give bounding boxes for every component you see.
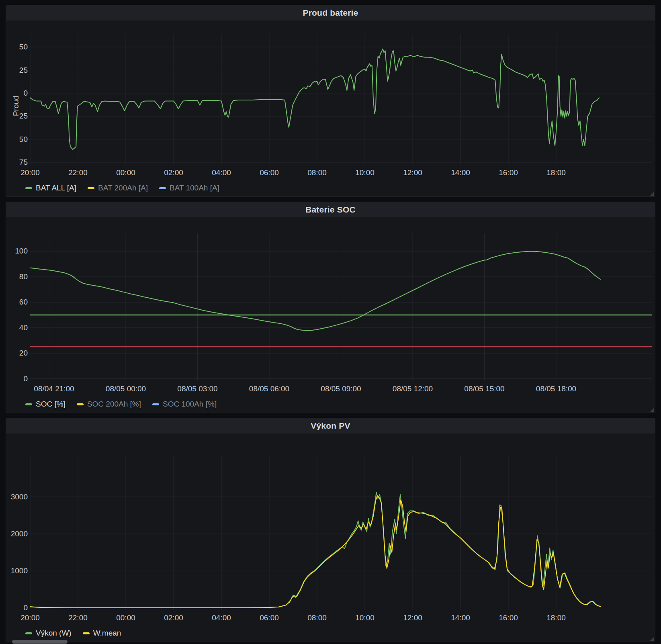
- y-tick-label: 50: [19, 135, 28, 144]
- x-tick-label: 08/05 09:00: [321, 384, 361, 393]
- x-tick-label: 00:00: [116, 613, 135, 622]
- x-axis: 08/04 21:0008/05 00:0008/05 03:0008/05 0…: [30, 384, 652, 394]
- x-tick-label: 22:00: [68, 168, 88, 177]
- legend-item[interactable]: BAT 100Ah [A]: [159, 184, 219, 192]
- legend-label: SOC [%]: [36, 400, 65, 409]
- dashboard: Proud baterie Proud 50250255075 20:0022:…: [0, 0, 661, 642]
- legend-label: SOC 100Ah [%]: [163, 400, 217, 409]
- panel-resize-handle[interactable]: [650, 192, 654, 196]
- x-tick-label: 08:00: [307, 168, 327, 177]
- horizontal-scrollbar-thumb[interactable]: [12, 640, 68, 644]
- y-tick-label: 1000: [11, 566, 28, 575]
- x-tick-label: 08/05 06:00: [249, 384, 289, 393]
- legend-item[interactable]: Výkon (W): [25, 629, 72, 638]
- x-axis: 20:0022:0000:0002:0004:0006:0008:0010:00…: [30, 168, 652, 178]
- legend-item[interactable]: SOC 100Ah [%]: [152, 400, 217, 409]
- legend-swatch-icon: [88, 187, 94, 189]
- y-tick-label: 0: [23, 603, 28, 612]
- panel-resize-handle[interactable]: [650, 408, 654, 412]
- x-tick-label: 06:00: [260, 613, 279, 622]
- plot-area-baterie-soc[interactable]: [30, 233, 652, 381]
- x-tick-label: 08/04 21:00: [34, 384, 74, 393]
- legend-label: Výkon (W): [36, 629, 72, 638]
- x-axis: 20:0022:0000:0002:0004:0006:0008:0010:00…: [30, 613, 652, 623]
- panel-header[interactable]: Baterie SOC: [6, 202, 655, 217]
- legend-item[interactable]: W.mean: [83, 629, 121, 638]
- panel-resize-handle[interactable]: [650, 637, 654, 641]
- x-tick-label: 20:00: [20, 613, 40, 622]
- x-tick-label: 18:00: [546, 168, 566, 177]
- x-tick-label: 08:00: [307, 613, 327, 622]
- legend-swatch-icon: [25, 187, 32, 189]
- legend-item[interactable]: SOC [%]: [25, 400, 65, 409]
- y-tick-label: 75: [19, 158, 28, 167]
- legend: BAT ALL [A]BAT 200Ah [A]BAT 100Ah [A]: [9, 183, 652, 193]
- y-tick-label: 25: [19, 112, 28, 121]
- y-tick-label: 20: [19, 349, 28, 358]
- x-tick-label: 14:00: [451, 168, 470, 177]
- y-tick-label: 2000: [11, 530, 28, 538]
- y-axis: 100806040200: [9, 233, 30, 394]
- x-tick-label: 22:00: [68, 613, 88, 622]
- y-tick-label: 0: [23, 374, 28, 383]
- x-tick-label: 12:00: [403, 168, 422, 177]
- y-tick-label: 25: [19, 66, 28, 75]
- x-tick-label: 18:00: [546, 613, 566, 622]
- panel-baterie-soc: Baterie SOC 100806040200 08/04 21:0008/0…: [6, 202, 655, 413]
- legend-item[interactable]: SOC 200Ah [%]: [77, 400, 141, 409]
- panel-proud-baterie: Proud baterie Proud 50250255075 20:0022:…: [6, 5, 655, 197]
- x-tick-label: 12:00: [403, 613, 422, 622]
- x-tick-label: 16:00: [499, 613, 518, 622]
- y-tick-label: 50: [19, 43, 28, 51]
- x-tick-label: 14:00: [451, 613, 470, 622]
- x-tick-label: 08/05 03:00: [177, 384, 217, 393]
- x-tick-label: 16:00: [499, 168, 518, 177]
- legend-swatch-icon: [77, 403, 84, 405]
- x-tick-label: 08/05 18:00: [536, 384, 576, 393]
- x-tick-label: 08/05 15:00: [464, 384, 504, 393]
- y-tick-label: 100: [15, 247, 28, 256]
- x-tick-label: 10:00: [355, 613, 374, 622]
- legend: SOC [%]SOC 200Ah [%]SOC 100Ah [%]: [9, 399, 652, 409]
- y-tick-label: 60: [19, 298, 28, 307]
- legend-swatch-icon: [152, 403, 159, 405]
- plot-area-proud-baterie[interactable]: [30, 34, 652, 165]
- panel-vykon-pv: Výkon PV 3000200010000 20:0022:0000:0002…: [6, 418, 655, 642]
- legend-swatch-icon: [83, 632, 90, 634]
- x-tick-label: 08/05 12:00: [393, 384, 433, 393]
- legend-swatch-icon: [25, 403, 32, 405]
- panel-header[interactable]: Výkon PV: [6, 418, 655, 433]
- y-axis: Proud 50250255075: [9, 34, 30, 178]
- legend-item[interactable]: BAT ALL [A]: [25, 184, 76, 192]
- panel-title: Výkon PV: [311, 421, 350, 431]
- panel-title: Proud baterie: [303, 8, 358, 18]
- y-tick-label: 0: [23, 89, 28, 98]
- x-tick-label: 20:00: [20, 168, 40, 177]
- y-tick-label: 40: [19, 323, 28, 332]
- x-tick-label: 04:00: [212, 613, 231, 622]
- x-tick-label: 02:00: [164, 168, 183, 177]
- plot-area-vykon-pv[interactable]: [30, 456, 652, 610]
- x-tick-label: 10:00: [355, 168, 374, 177]
- x-tick-label: 02:00: [164, 613, 183, 622]
- x-tick-label: 06:00: [260, 168, 279, 177]
- legend-label: W.mean: [93, 629, 121, 638]
- legend-label: BAT 100Ah [A]: [170, 184, 219, 192]
- y-axis-title: Proud: [12, 34, 20, 178]
- x-tick-label: 00:00: [116, 168, 135, 177]
- panel-header[interactable]: Proud baterie: [6, 5, 655, 20]
- legend-label: BAT 200Ah [A]: [98, 184, 148, 192]
- legend-label: SOC 200Ah [%]: [87, 400, 141, 409]
- legend-label: BAT ALL [A]: [36, 184, 76, 192]
- x-tick-label: 04:00: [212, 168, 231, 177]
- panel-title: Baterie SOC: [305, 205, 356, 215]
- y-tick-label: 80: [19, 272, 28, 281]
- x-tick-label: 08/05 00:00: [106, 384, 146, 393]
- legend: Výkon (W)W.mean: [9, 628, 652, 638]
- legend-swatch-icon: [159, 187, 166, 189]
- legend-swatch-icon: [25, 632, 32, 634]
- y-axis: 3000200010000: [9, 456, 30, 623]
- legend-item[interactable]: BAT 200Ah [A]: [88, 184, 148, 192]
- y-tick-label: 3000: [11, 493, 28, 501]
